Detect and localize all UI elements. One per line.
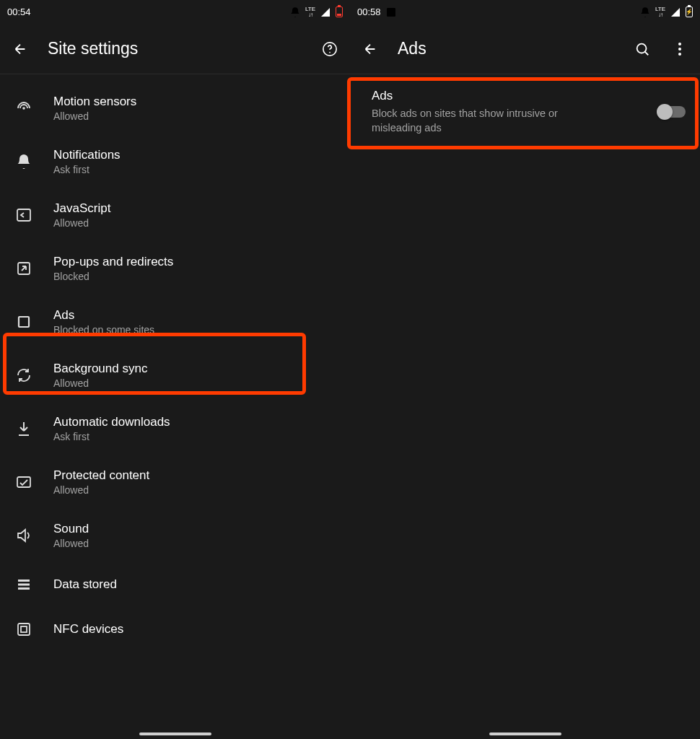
popups-icon [14, 259, 33, 278]
nav-handle[interactable] [489, 733, 561, 735]
setting-label: Sound [53, 522, 89, 536]
setting-sub: Allowed [53, 110, 136, 122]
setting-sub: Allowed [53, 217, 110, 229]
setting-label: Notifications [53, 148, 121, 162]
automatic-downloads-icon [14, 419, 33, 438]
setting-label: Data stored [53, 577, 117, 592]
setting-sub: Allowed [53, 377, 147, 389]
setting-label: Pop-ups and redirects [53, 255, 173, 269]
back-button[interactable] [360, 39, 380, 59]
page-title: Ads [398, 39, 615, 58]
setting-sub: Blocked [53, 271, 173, 282]
setting-label: JavaScript [53, 201, 110, 216]
nav-handle[interactable] [139, 733, 211, 735]
setting-automatic-downloads[interactable]: Automatic downloadsAsk first [0, 402, 350, 455]
setting-label: Protected content [53, 468, 149, 483]
setting-label: NFC devices [53, 622, 123, 637]
setting-data-stored[interactable]: Data stored [0, 562, 350, 607]
toggle-knob [657, 104, 673, 120]
setting-nfc-devices[interactable]: NFC devices [0, 607, 350, 642]
setting-sub: Blocked on some sites [53, 324, 154, 336]
setting-sub: Ask first [53, 431, 170, 442]
back-button[interactable] [10, 39, 30, 59]
setting-label: Background sync [53, 362, 147, 376]
lte-indicator: LTE ↓↑ [655, 6, 665, 18]
setting-background-sync[interactable]: Background syncAllowed [0, 349, 350, 402]
ads-toggle[interactable] [658, 106, 686, 118]
background-sync-icon [14, 366, 33, 385]
signal-icon [670, 6, 681, 18]
motion-sensors-icon [14, 99, 33, 118]
setting-motion-sensors[interactable]: Motion sensorsAllowed [0, 82, 350, 135]
search-button[interactable] [632, 39, 652, 59]
setting-protected-content[interactable]: Protected contentAllowed [0, 455, 350, 509]
setting-sub: Allowed [53, 484, 149, 496]
settings-list[interactable]: Motion sensorsAllowed NotificationsAsk f… [0, 74, 350, 739]
alarm-off-icon [289, 6, 301, 18]
setting-label: Ads [53, 308, 154, 323]
javascript-icon [14, 206, 33, 224]
page-title: Site settings [48, 39, 302, 58]
screenshot-icon [385, 6, 397, 18]
setting-javascript[interactable]: JavaScriptAllowed [0, 188, 350, 242]
setting-notifications[interactable]: NotificationsAsk first [0, 135, 350, 188]
status-bar: 00:58 LTE ↓↑ ⚡ [350, 0, 700, 24]
screen-site-settings: 00:54 LTE ↓↑ Site settings Motion sensor… [0, 0, 350, 739]
battery-low-icon [336, 6, 343, 17]
setting-ads[interactable]: AdsBlocked on some sites [0, 295, 350, 349]
setting-label: Motion sensors [53, 95, 136, 109]
data-stored-icon [14, 575, 33, 594]
setting-label: Automatic downloads [53, 415, 170, 429]
more-icon [678, 43, 681, 56]
help-button[interactable] [320, 39, 340, 59]
setting-popups[interactable]: Pop-ups and redirectsBlocked [0, 242, 350, 295]
nfc-icon [14, 620, 33, 639]
ads-toggle-sub: Block ads on sites that show intrusive o… [372, 106, 595, 136]
lte-indicator: LTE ↓↑ [305, 6, 315, 18]
ads-icon [14, 312, 33, 331]
setting-sub: Ask first [53, 164, 121, 175]
ads-toggle-row[interactable]: Ads Block ads on sites that show intrusi… [350, 74, 700, 150]
battery-charging-icon: ⚡ [686, 6, 693, 17]
alarm-off-icon [639, 6, 651, 18]
screen-ads: 00:58 LTE ↓↑ ⚡ Ads Ads Block ads on site… [350, 0, 700, 739]
sound-icon [14, 526, 33, 545]
app-bar: Ads [350, 24, 700, 74]
notifications-icon [14, 152, 33, 171]
signal-icon [320, 6, 331, 18]
ads-toggle-label: Ads [372, 89, 647, 103]
status-time: 00:58 [357, 6, 381, 17]
setting-sound[interactable]: SoundAllowed [0, 509, 350, 562]
status-bar: 00:54 LTE ↓↑ [0, 0, 350, 24]
protected-content-icon [14, 473, 33, 491]
app-bar: Site settings [0, 24, 350, 74]
status-time: 00:54 [7, 6, 31, 17]
setting-sub: Allowed [53, 538, 89, 549]
more-button[interactable] [670, 39, 690, 59]
